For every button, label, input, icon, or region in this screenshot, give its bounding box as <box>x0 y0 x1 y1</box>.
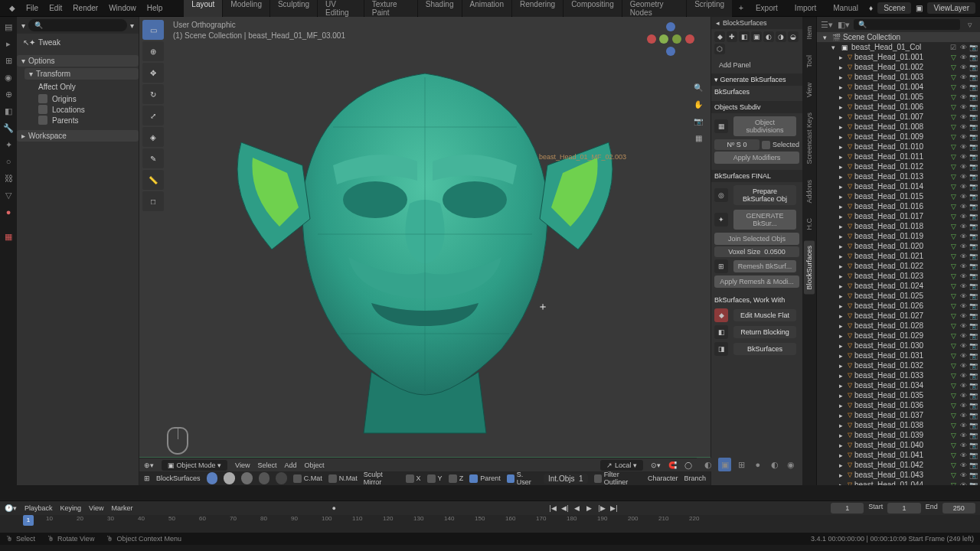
object-menu[interactable]: Object <box>304 461 324 469</box>
workspace-tab-animation[interactable]: Animation <box>462 0 511 19</box>
workspace-tab-modeling[interactable]: Modeling <box>223 0 270 19</box>
outliner-row[interactable]: ▾🎬Scene Collection <box>817 32 980 42</box>
add-workspace-button[interactable]: + <box>734 2 748 14</box>
menu-render[interactable]: Render <box>68 2 103 14</box>
current-frame-field[interactable]: 1 <box>831 503 864 514</box>
move-tool[interactable]: ✥ <box>142 63 164 83</box>
proportional-icon[interactable]: ◯ <box>684 461 692 469</box>
view-menu[interactable]: View <box>235 461 250 469</box>
manual-button[interactable]: Manual <box>827 2 864 14</box>
start-frame-field[interactable]: 1 <box>887 503 920 514</box>
outliner-row[interactable]: ▸▽beast_Head_01.027▽👁📷 <box>817 311 980 321</box>
mat-3-button[interactable] <box>241 472 253 484</box>
locations-checkbox[interactable] <box>38 105 47 114</box>
npanel-tool-icon[interactable]: ◑ <box>776 31 786 42</box>
snap-icon[interactable]: 🧲 <box>668 461 677 469</box>
parents-checkbox[interactable] <box>38 116 47 125</box>
outliner-row[interactable]: ▸▽beast_Head_01.032▽👁📷 <box>817 360 980 370</box>
outliner-row[interactable]: ▾▣beast_Head_01_Col☑👁📷 <box>817 42 980 52</box>
npanel-tool-icon[interactable]: ▣ <box>751 31 762 42</box>
measure-tool[interactable]: 📏 <box>142 170 164 190</box>
outliner-search-input[interactable] <box>854 19 960 30</box>
return-blocking-button[interactable]: Return Blocking <box>733 326 796 338</box>
workspace-tab-scripting[interactable]: Scripting <box>687 0 732 19</box>
tab-scene-icon[interactable]: ◉ <box>2 70 15 84</box>
outliner-row[interactable]: ▸▽beast_Head_01.021▽👁📷 <box>817 251 980 261</box>
join-selected-button[interactable]: Join Selected Objs <box>714 233 799 245</box>
npanel-tool-icon[interactable]: ◐ <box>763 31 774 42</box>
outliner-row[interactable]: ▸▽beast_Head_01.042▽👁📷 <box>817 460 980 470</box>
chevron-icon[interactable]: ◂ <box>716 19 720 27</box>
voxel-size-field[interactable]: Voxel Size 0.0500 <box>714 246 799 257</box>
add-panel-button[interactable]: Add Panel <box>716 60 798 70</box>
matprev-icon[interactable]: ◐ <box>768 458 782 471</box>
rotate-tool[interactable]: ↻ <box>142 84 164 104</box>
workspace-tab-uv-editing[interactable]: UV Editing <box>318 0 364 19</box>
outliner-row[interactable]: ▸▽beast_Head_01.041▽👁📷 <box>817 450 980 460</box>
vtab-blocksurfaces[interactable]: BlockSurfaces <box>804 241 815 295</box>
transform-tool[interactable]: ◈ <box>142 127 164 147</box>
pivot-icon[interactable]: ⊙▾ <box>651 461 661 469</box>
vtab-addons[interactable]: Addons <box>804 175 815 208</box>
workspace-tab-layout[interactable]: Layout <box>184 0 222 19</box>
solid-icon[interactable]: ● <box>751 458 765 471</box>
remesh-button[interactable]: Remesh BkSurf... <box>733 260 796 272</box>
jump-start-icon[interactable]: |◀ <box>547 503 558 514</box>
outliner-row[interactable]: ▸▽beast_Head_01.033▽👁📷 <box>817 370 980 380</box>
mat-2-button[interactable] <box>224 472 235 484</box>
marker-menu[interactable]: Marker <box>111 504 132 512</box>
vtab-tool[interactable]: Tool <box>804 51 815 73</box>
panel-dropdown-icon[interactable]: ▾ <box>130 21 134 30</box>
outliner-row[interactable]: ▸▽beast_Head_01.039▽👁📷 <box>817 430 980 440</box>
scene-selector[interactable]: Scene <box>877 2 911 14</box>
menu-help[interactable]: Help <box>142 2 168 14</box>
workspace-tab-geometry-nodes[interactable]: Geometry Nodes <box>622 0 686 19</box>
workspace-tab-shading[interactable]: Shading <box>418 0 462 19</box>
outliner-row[interactable]: ▸▽beast_Head_01.036▽👁📷 <box>817 400 980 410</box>
outliner-row[interactable]: ▸▽beast_Head_01.005▽👁📷 <box>817 92 980 102</box>
outliner-mode-icon[interactable]: ☰▾ <box>820 18 834 31</box>
suser-checkbox[interactable] <box>507 474 514 483</box>
jump-end-icon[interactable]: ▶| <box>609 503 619 514</box>
prepare-bksurface-button[interactable]: Prepare BkSurface Obj <box>733 185 796 205</box>
vtab-view[interactable]: View <box>804 78 815 102</box>
outliner-row[interactable]: ▸▽beast_Head_01.002▽👁📷 <box>817 62 980 72</box>
tab-world-icon[interactable]: ⊕ <box>2 87 15 101</box>
outliner-row[interactable]: ▸▽beast_Head_01.022▽👁📷 <box>817 261 980 271</box>
keyframe-next-icon[interactable]: |▶ <box>596 503 607 514</box>
options-header[interactable]: ▾ Options <box>17 55 139 67</box>
cursor-tool[interactable]: ⊕ <box>142 41 164 61</box>
play-icon[interactable]: ▶ <box>584 503 595 514</box>
overlays-icon[interactable]: ◐ <box>701 458 715 471</box>
outliner-row[interactable]: ▸▽beast_Head_01.025▽👁📷 <box>817 291 980 301</box>
outliner-row[interactable]: ▸▽beast_Head_01.004▽👁📷 <box>817 82 980 92</box>
mirror-y-checkbox[interactable] <box>427 474 436 483</box>
mat-1-button[interactable] <box>207 472 218 484</box>
selected-checkbox[interactable] <box>762 141 770 149</box>
view-menu[interactable]: View <box>89 504 103 512</box>
outliner-row[interactable]: ▸▽beast_Head_01.034▽👁📷 <box>817 380 980 390</box>
perspective-icon[interactable]: ▦ <box>691 130 706 145</box>
add-menu[interactable]: Add <box>284 461 296 469</box>
keying-menu[interactable]: Keying <box>60 504 82 512</box>
mode-selector[interactable]: ▣ Object Mode ▾ <box>162 460 227 471</box>
outliner-row[interactable]: ▸▽beast_Head_01.026▽👁📷 <box>817 301 980 311</box>
camera-icon[interactable]: 📷 <box>691 113 706 129</box>
mat-4-button[interactable] <box>259 472 270 484</box>
end-frame-field[interactable]: 250 <box>942 503 975 514</box>
cmat-checkbox[interactable] <box>293 474 302 483</box>
outliner-row[interactable]: ▸▽beast_Head_01.007▽👁📷 <box>817 112 980 122</box>
outliner-row[interactable]: ▸▽beast_Head_01.003▽👁📷 <box>817 72 980 82</box>
tweak-tool-icon[interactable]: ↖✦ <box>23 38 35 47</box>
play-reverse-icon[interactable]: ◀ <box>572 503 583 514</box>
outliner-row[interactable]: ▸▽beast_Head_01.006▽👁📷 <box>817 102 980 112</box>
outliner-row[interactable]: ▸▽beast_Head_01.016▽👁📷 <box>817 201 980 211</box>
mirror-z-checkbox[interactable] <box>449 474 457 483</box>
menu-edit[interactable]: Edit <box>44 2 67 14</box>
tab-view-icon[interactable]: ⊞ <box>2 54 15 67</box>
rendered-icon[interactable]: ◉ <box>784 458 798 471</box>
tab-modifier-icon[interactable]: 🔧 <box>2 121 15 135</box>
outliner-row[interactable]: ▸▽beast_Head_01.009▽👁📷 <box>817 132 980 142</box>
autokey-icon[interactable]: ● <box>332 504 335 512</box>
npanel-tool-icon[interactable]: ⬡ <box>714 44 725 54</box>
